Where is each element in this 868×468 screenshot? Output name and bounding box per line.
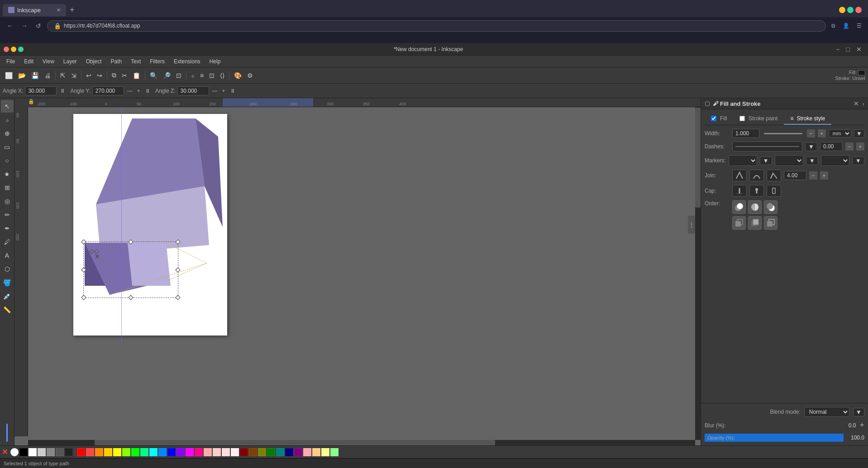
order-option-5-button[interactable]	[748, 216, 762, 230]
join-value-input[interactable]	[784, 171, 806, 180]
color-yellow[interactable]	[113, 448, 121, 456]
angle-z-input[interactable]	[177, 86, 209, 95]
angle-z-plus-button[interactable]: +	[221, 88, 227, 94]
blend-mode-select[interactable]: Normal Multiply Screen Overlay	[804, 407, 849, 417]
canvas-content[interactable]: ◇◇ ✕ ⋮	[28, 107, 695, 436]
print-button[interactable]: 🖨	[42, 71, 53, 80]
width-input[interactable]	[732, 129, 759, 138]
menu-layer[interactable]: Layer	[59, 57, 81, 66]
address-bar[interactable]: 🔒 https://rtr.4b7d704f68.cfloat.app	[47, 20, 826, 32]
dashes-preview[interactable]	[732, 142, 802, 151]
color-dark-green[interactable]	[267, 448, 275, 456]
color-near-white-pink[interactable]	[231, 448, 239, 456]
menu-object[interactable]: Object	[81, 57, 106, 66]
dashes-dropdown[interactable]: ▼	[805, 142, 817, 151]
cap-square-button[interactable]	[767, 185, 781, 197]
width-minus-button[interactable]: −	[807, 129, 815, 137]
order-stroke-over-fill-button[interactable]	[764, 200, 777, 214]
color-nearblack[interactable]	[65, 448, 73, 456]
duplicate-button[interactable]: ⧉	[110, 70, 119, 80]
color-orange[interactable]	[95, 448, 103, 456]
color-blue-violet[interactable]	[176, 448, 185, 456]
width-unit-select[interactable]: mm px pt	[829, 129, 851, 137]
angle-z-pause-button[interactable]: ⏸	[229, 88, 237, 94]
fill-checkbox[interactable]	[711, 116, 716, 121]
scrollbar-thumb-vertical[interactable]	[695, 108, 701, 208]
color-pink[interactable]	[195, 448, 203, 456]
browser-maximize-button[interactable]	[847, 7, 854, 13]
app-close-icon[interactable]	[4, 47, 9, 52]
new-button[interactable]: ⬜	[3, 71, 15, 80]
menu-path[interactable]: Path	[106, 57, 127, 66]
3d-box-tool[interactable]: ⊞	[1, 181, 14, 194]
color-magenta[interactable]	[186, 448, 194, 456]
angle-x-input[interactable]	[25, 86, 57, 95]
menu-text[interactable]: Text	[126, 57, 145, 66]
color-light-green[interactable]	[330, 448, 339, 456]
color-red2[interactable]	[86, 448, 94, 456]
blur-plus-button[interactable]: +	[859, 421, 864, 430]
app-restore-button[interactable]: □	[844, 46, 853, 53]
new-tab-button[interactable]: +	[66, 5, 78, 15]
cap-round-button[interactable]	[749, 185, 764, 197]
panel-close-button[interactable]: ✕	[854, 100, 859, 107]
panel-toggle-button[interactable]: ⋮	[688, 216, 695, 234]
opacity-bar[interactable]: Opacity (%):	[705, 434, 844, 442]
measure-tool[interactable]: 📏	[1, 303, 14, 316]
dashes-minus-button[interactable]: −	[845, 142, 854, 151]
spiral-tool[interactable]: ◎	[1, 195, 14, 208]
marker-mid-dropdown[interactable]: ▼	[806, 156, 818, 165]
color-yellow-orange[interactable]	[104, 448, 112, 456]
color-gray[interactable]	[47, 448, 55, 456]
preferences-button[interactable]: ⚙	[245, 71, 255, 80]
white-circle-swatch[interactable]	[10, 448, 19, 456]
zoom-in-button[interactable]: 🔍	[148, 71, 160, 80]
color-purple[interactable]	[294, 448, 302, 456]
color-cyan-blue[interactable]	[158, 448, 167, 456]
zoom-tool[interactable]: ⊕	[1, 127, 14, 140]
marker-start-select[interactable]	[729, 155, 757, 166]
panel-icon[interactable]: ⬡	[705, 100, 710, 107]
dashes-plus-button[interactable]: +	[856, 142, 864, 151]
angle-y-plus-button[interactable]: +	[136, 88, 142, 94]
app-maximize-icon[interactable]	[18, 47, 24, 52]
angle-y-pause-button[interactable]: ⏸	[143, 88, 152, 94]
color-green-cyan[interactable]	[140, 448, 148, 456]
extensions-icon[interactable]: ⧉	[830, 23, 837, 29]
color-light-coral[interactable]	[303, 448, 311, 456]
gradient-tool[interactable]: ⬡	[1, 263, 14, 275]
menu-file[interactable]: File	[2, 57, 19, 66]
open-button[interactable]: 📂	[16, 71, 28, 80]
dashes-input[interactable]	[820, 142, 843, 151]
canvas-lock-icon[interactable]: 🔒	[28, 98, 34, 104]
calligraphy-tool[interactable]: 🖊	[1, 236, 14, 248]
paint-bucket-tool[interactable]: 🪣	[1, 276, 14, 289]
back-button[interactable]: ←	[5, 21, 15, 30]
color-darkgray[interactable]	[56, 448, 64, 456]
color-blue[interactable]	[167, 448, 176, 456]
menu-help[interactable]: Help	[205, 57, 225, 66]
scrollbar-horizontal[interactable]	[28, 440, 695, 445]
reload-button[interactable]: ↺	[33, 21, 43, 30]
rect-tool[interactable]: ▭	[1, 141, 14, 153]
order-fill-over-stroke-button[interactable]	[732, 200, 746, 214]
tab-close-button[interactable]: ✕	[57, 7, 61, 13]
order-option-6-button[interactable]	[764, 216, 777, 230]
color-lighter-pink[interactable]	[213, 448, 221, 456]
join-minus-button[interactable]: −	[809, 171, 817, 180]
app-minimize-icon[interactable]	[11, 47, 16, 52]
stroke-paint-checkbox[interactable]	[739, 116, 745, 121]
pencil-tool[interactable]: ✏	[1, 208, 14, 221]
import-button[interactable]: ⇱	[58, 71, 68, 80]
browser-close-button[interactable]	[855, 7, 862, 13]
color-peach[interactable]	[312, 448, 320, 456]
node-button[interactable]: ⬦	[189, 71, 197, 80]
width-unit-dropdown[interactable]: ▼	[854, 129, 864, 138]
shape-bottom-right[interactable]	[128, 243, 171, 286]
menu-extensions[interactable]: Extensions	[169, 57, 205, 66]
color-yellow-green[interactable]	[122, 448, 130, 456]
menu-filters[interactable]: Filters	[145, 57, 169, 66]
tab-stroke-paint[interactable]: Stroke paint	[733, 113, 784, 125]
marker-end-select[interactable]	[821, 155, 849, 166]
no-color-button[interactable]: ✕	[2, 448, 8, 456]
